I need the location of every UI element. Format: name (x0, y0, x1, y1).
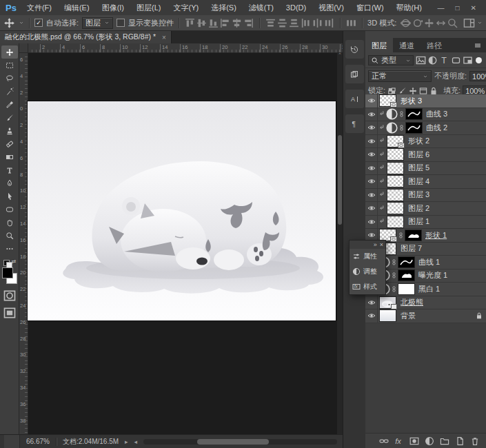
path-selection-tool[interactable] (1, 190, 18, 203)
layer-thumbnail[interactable] (387, 216, 403, 227)
menu-item-6[interactable]: 滤镜(T) (243, 1, 280, 15)
eraser-tool[interactable] (1, 137, 18, 150)
filter-pin-icon[interactable] (476, 57, 482, 63)
layer-effects-button[interactable]: fx (394, 436, 404, 446)
3d-drag-button[interactable] (423, 17, 435, 29)
3d-slide-button[interactable] (435, 17, 447, 29)
lasso-tool[interactable] (1, 72, 18, 85)
layer-name[interactable]: 黑白 1 (418, 284, 440, 294)
brush-tool[interactable] (1, 111, 18, 124)
filter-shape-button[interactable] (451, 55, 461, 65)
3d-zoom-button[interactable] (447, 17, 458, 29)
opacity-value[interactable]: 100% (469, 71, 486, 81)
panel-menu-button[interactable] (469, 38, 486, 52)
eye-toggle[interactable] (365, 309, 378, 323)
menu-item-8[interactable]: 视图(V) (312, 1, 350, 15)
new-adjustment-button[interactable] (425, 436, 434, 446)
layer-row-8[interactable]: 图层 2 (365, 202, 486, 216)
default-swatches-widget[interactable]: ⇄ (3, 259, 17, 266)
workspace-button[interactable] (463, 17, 475, 29)
horizontal-scroll-thumb[interactable] (197, 439, 269, 445)
layer-mask-thumbnail[interactable] (406, 123, 422, 133)
close-panel-icon[interactable]: × (380, 241, 383, 248)
eye-toggle[interactable] (365, 296, 378, 309)
eye-toggle[interactable] (365, 189, 378, 202)
layer-row-7[interactable]: 图层 3 (365, 189, 486, 203)
mask-link-icon[interactable] (391, 272, 397, 278)
hand-tool[interactable] (1, 216, 18, 229)
canvas-horizontal-scrollbar[interactable] (143, 439, 337, 445)
menu-item-1[interactable]: 编辑(E) (58, 1, 96, 15)
history-panel-button[interactable] (345, 40, 364, 59)
dist-right-button[interactable] (323, 17, 335, 29)
eye-toggle[interactable] (365, 94, 378, 108)
filter-adjustment-button[interactable] (427, 55, 438, 65)
panel-tab-2[interactable]: 路径 (421, 38, 448, 52)
eye-toggle[interactable] (365, 175, 378, 188)
layer-mask-thumbnail[interactable] (405, 230, 421, 241)
layer-name[interactable]: 图层 6 (408, 150, 429, 160)
floating-panel-item-1[interactable]: 调整 (350, 264, 385, 279)
layer-thumbnail[interactable] (387, 163, 403, 174)
floating-panel-item-2[interactable]: fx样式 (350, 279, 385, 294)
mask-link-icon[interactable] (391, 259, 397, 265)
magic-wand-tool[interactable] (1, 85, 18, 98)
eye-toggle[interactable] (365, 162, 378, 175)
layer-thumbnail[interactable] (380, 95, 396, 106)
eyedropper-tool[interactable] (1, 98, 18, 111)
canvas-vertical-scrollbar[interactable]: ⌃ (337, 52, 343, 434)
dist-center-h-button[interactable] (312, 17, 323, 29)
mask-link-icon[interactable] (398, 125, 405, 131)
shape-tool[interactable] (1, 203, 18, 216)
layer-thumbnail[interactable] (387, 190, 403, 201)
document-tab[interactable]: 融化的北极熊.psd @ 66.7% (形状 3, RGB/8#) * × (0, 31, 172, 43)
rectangular-marquee-tool[interactable] (1, 59, 18, 72)
layer-name[interactable]: 北极熊 (401, 297, 423, 307)
dist-top-button[interactable] (265, 17, 276, 29)
close-button[interactable]: ✕ (471, 4, 476, 12)
menu-item-10[interactable]: 帮助(H) (390, 1, 428, 15)
minimize-button[interactable]: — (438, 4, 445, 12)
dist-bottom-button[interactable] (288, 17, 300, 29)
clone-stamp-tool[interactable] (1, 124, 18, 137)
character-panel-button[interactable]: A (345, 90, 364, 108)
mask-link-icon[interactable] (398, 111, 405, 117)
menu-item-9[interactable]: 窗口(W) (350, 1, 390, 15)
layer-row-15[interactable]: 北极熊 (365, 296, 486, 310)
layer-thumbnail[interactable] (387, 176, 403, 187)
layer-row-4[interactable]: 图层 6 (365, 148, 486, 162)
align-top-button[interactable] (184, 17, 196, 29)
layer-row-1[interactable]: 曲线 3 (365, 108, 486, 122)
show-transform-checkbox[interactable] (117, 19, 125, 27)
dist-center-v-button[interactable] (276, 17, 288, 29)
layer-name[interactable]: 图层 4 (408, 176, 429, 187)
layer-row-9[interactable]: 图层 1 (365, 216, 486, 230)
filter-image-button[interactable] (416, 55, 426, 65)
layer-thumbnail[interactable] (380, 310, 396, 321)
tool-preset-chevron-icon[interactable] (19, 20, 24, 26)
menu-item-3[interactable]: 图层(L) (130, 1, 167, 15)
layer-name[interactable]: 形状 3 (401, 96, 422, 106)
layer-thumbnail[interactable] (387, 136, 403, 147)
menu-item-7[interactable]: 3D(D) (280, 1, 312, 15)
layer-name[interactable]: 曲线 3 (426, 109, 447, 119)
layer-name[interactable]: 图层 7 (401, 243, 422, 254)
maximize-button[interactable]: □ (456, 4, 460, 12)
dist-left-button[interactable] (300, 17, 312, 29)
new-layer-button[interactable] (455, 436, 465, 446)
layer-mask-thumbnail[interactable] (398, 284, 414, 294)
menu-item-0[interactable]: 文件(F) (21, 1, 58, 15)
kind-filter-dropdown[interactable]: 类型 (368, 55, 414, 65)
layer-name[interactable]: 图层 3 (408, 190, 429, 200)
layer-thumbnail[interactable] (380, 230, 396, 241)
layer-name[interactable]: 曲线 1 (418, 257, 440, 267)
3d-rotate-button[interactable] (400, 17, 412, 29)
menu-item-4[interactable]: 文字(Y) (167, 1, 205, 15)
align-right-button[interactable] (243, 17, 254, 29)
mask-link-icon[interactable] (398, 232, 404, 238)
layer-name[interactable]: 形状 2 (408, 136, 429, 146)
zoom-tool[interactable] (1, 229, 18, 242)
align-bottom-button[interactable] (207, 17, 219, 29)
add-mask-button[interactable] (409, 436, 419, 446)
clone-source-panel-button[interactable] (345, 65, 364, 83)
